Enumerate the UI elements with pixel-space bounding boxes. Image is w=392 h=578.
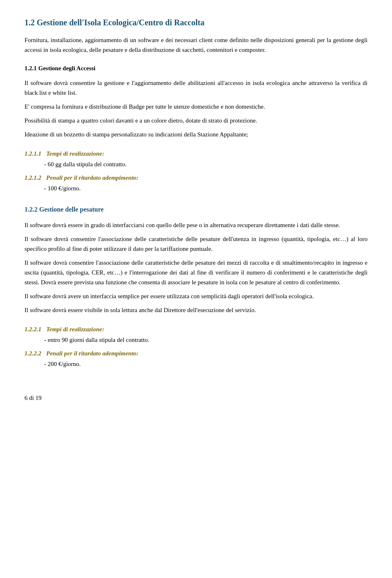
timing-value-1-2-2-1: - entro 90 giorni dalla stipula del cont… xyxy=(44,335,149,345)
timing-block-1-2-2-1: 1.2.2.1 Tempi di realizzazione: - entro … xyxy=(24,325,368,345)
subsection-1-2-2-para-3: Il software dovrà consentire l'associazi… xyxy=(24,258,368,287)
timing-value-row-2: - entro 90 giorni dalla stipula del cont… xyxy=(44,335,368,345)
timing-row-2: 1.2.2.1 Tempi di realizzazione: xyxy=(24,325,368,334)
subsection-1-2-1-para-1: Il software dovrà consentire la gestione… xyxy=(24,78,368,98)
timing-block-1-2-1-1: 1.2.1.1 Tempi di realizzazione: - 60 gg … xyxy=(24,149,368,169)
timing-label-1-2-2-1: 1.2.2.1 xyxy=(24,325,41,334)
penalty-value-1-2-1-2: - 100 €/giorno. xyxy=(44,184,81,193)
penalty-title-1-2-1-2: Penali per il ritardato adempimento: xyxy=(46,173,138,183)
section-heading: 1.2 Gestione dell'Isola Ecologica/Centro… xyxy=(24,16,368,29)
penalty-value-1-2-2-2: - 200 €/giorno. xyxy=(44,359,81,369)
penalty-value-row-1: - 100 €/giorno. xyxy=(44,184,368,193)
subsection-1-2-1-para-3: Possibilità di stampa a quattro colori d… xyxy=(24,116,368,125)
timing-row-1: 1.2.1.1 Tempi di realizzazione: xyxy=(24,149,368,158)
penalty-block-1-2-2-2: 1.2.2.2 Penali per il ritardato adempime… xyxy=(24,349,368,369)
subsection-1-2-2: 1.2.2 Gestione delle pesature Il softwar… xyxy=(24,205,368,369)
penalty-label-1-2-2-2: 1.2.2.2 xyxy=(24,349,41,358)
timing-value-1-2-1-1: - 60 gg dalla stipula del contratto. xyxy=(44,160,127,169)
page-number: 6 di 19 xyxy=(24,395,42,401)
penalty-row-1: 1.2.1.2 Penali per il ritardato adempime… xyxy=(24,173,368,183)
intro-paragraph: Fornitura, installazione, aggiornamento … xyxy=(24,35,368,55)
penalty-value-row-2: - 200 €/giorno. xyxy=(44,359,368,369)
timing-title-1-2-1-1: Tempi di realizzazione: xyxy=(46,149,104,158)
timing-title-1-2-2-1: Tempi di realizzazione: xyxy=(46,325,104,334)
timing-value-row-1: - 60 gg dalla stipula del contratto. xyxy=(44,160,368,169)
timing-label-1-2-1-1: 1.2.1.1 xyxy=(24,149,41,158)
penalty-label-1-2-1-2: 1.2.1.2 xyxy=(24,173,41,183)
subsection-1-2-1-para-4: Ideazione di un bozzetto di stampa perso… xyxy=(24,129,368,139)
subsection-1-2-1-heading: 1.2.1 Gestione degli Accessi xyxy=(24,64,368,73)
subsection-1-2-2-heading: 1.2.2 Gestione delle pesature xyxy=(24,205,368,214)
penalty-title-1-2-2-2: Penali per il ritardato adempimento: xyxy=(46,349,138,358)
subsection-1-2-1-para-2: E' compresa la fornitura e distribuzione… xyxy=(24,102,368,112)
subsection-1-2-2-para-1: Il software dovrà essere in grado di int… xyxy=(24,220,368,230)
penalty-block-1-2-1-2: 1.2.1.2 Penali per il ritardato adempime… xyxy=(24,173,368,193)
penalty-row-2: 1.2.2.2 Penali per il ritardato adempime… xyxy=(24,349,368,358)
subsection-1-2-2-para-5: Il software dovrà essere visibile in sol… xyxy=(24,305,368,315)
page-container: 1.2 Gestione dell'Isola Ecologica/Centro… xyxy=(24,16,368,402)
subsection-1-2-2-para-4: Il software dovrà avere un interfaccia s… xyxy=(24,291,368,301)
subsection-1-2-1: 1.2.1 Gestione degli Accessi Il software… xyxy=(24,64,368,193)
subsection-1-2-2-para-2: Il software dovrà consentire l'associazi… xyxy=(24,234,368,254)
page-footer: 6 di 19 xyxy=(24,393,368,403)
